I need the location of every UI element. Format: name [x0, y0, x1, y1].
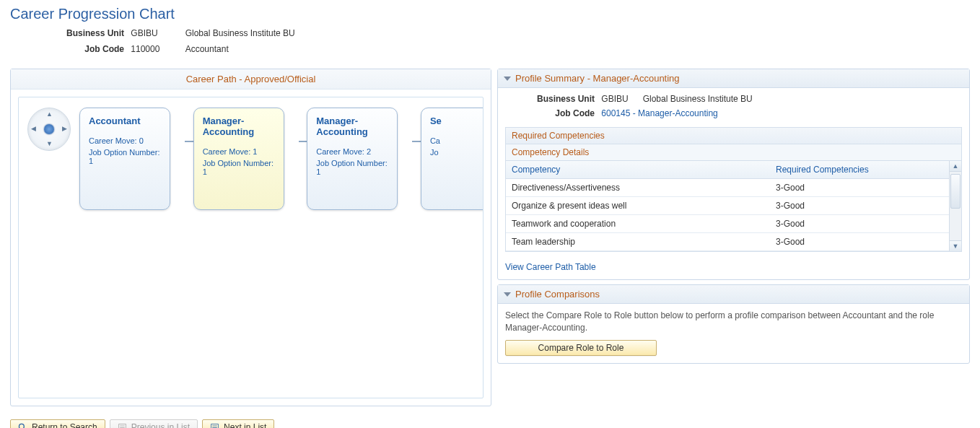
chevron-right-icon: ▶ — [62, 126, 67, 132]
next-in-list-button[interactable]: Next in List — [202, 419, 274, 428]
job-code-value: 110000 — [131, 44, 183, 54]
career-node-title: Manager-Accounting — [203, 115, 275, 137]
ps-business-unit-code: GBIBU — [601, 94, 640, 104]
ps-job-code-label: Job Code — [505, 108, 599, 118]
compass-center-icon — [44, 124, 54, 134]
career-node[interactable]: Manager-AccountingCareer Move: 2Job Opti… — [307, 108, 398, 210]
node-connector — [299, 141, 307, 142]
required-cell: 3-Good — [770, 197, 961, 215]
ps-business-unit-name: Global Business Institute BU — [643, 94, 753, 104]
career-move-value: Career Move: 0 — [89, 136, 161, 145]
svg-point-0 — [19, 424, 24, 428]
career-move-value: Career Move: 1 — [203, 147, 275, 156]
job-option-value: Job Option Number: 1 — [203, 159, 275, 176]
career-node[interactable]: Manager-AccountingCareer Move: 1Job Opti… — [193, 108, 284, 210]
business-unit-label: Business Unit — [10, 28, 128, 38]
previous-in-list-label: Previous in List — [131, 422, 190, 428]
job-title-value: Accountant — [185, 44, 229, 54]
ps-business-unit-label: Business Unit — [505, 94, 599, 104]
required-cell: 3-Good — [770, 179, 961, 197]
competency-table-wrap: Competency Required Competencies Directi… — [505, 161, 962, 252]
scroll-down-icon: ▼ — [950, 240, 961, 251]
competency-cell: Organize & present ideas well — [506, 197, 770, 215]
header-info: Business Unit GBIBU Global Business Inst… — [10, 28, 970, 60]
business-unit-name: Global Business Institute BU — [185, 28, 295, 38]
view-career-path-table-link[interactable]: View Career Path Table — [505, 262, 596, 272]
table-row: Directiveness/Assertiveness3-Good — [506, 179, 961, 197]
required-competencies-header: Required Competencies — [505, 127, 962, 144]
chevron-up-icon: ▲ — [46, 111, 53, 118]
competency-cell: Teamwork and cooperation — [506, 215, 770, 233]
return-to-search-label: Return to Search — [32, 422, 97, 428]
ps-job-code-link[interactable]: 600145 - Manager-Accounting — [601, 108, 717, 118]
collapse-icon — [504, 77, 511, 81]
search-icon — [18, 423, 27, 429]
next-in-list-label: Next in List — [224, 422, 266, 428]
col-required[interactable]: Required Competencies — [770, 161, 961, 179]
profile-comparisons-title: Profile Comparisons — [515, 289, 600, 300]
profile-summary-title: Profile Summary - Manager-Accounting — [515, 73, 680, 84]
table-row: Teamwork and cooperation3-Good — [506, 215, 961, 233]
profile-summary-header[interactable]: Profile Summary - Manager-Accounting — [498, 69, 969, 88]
career-path-title: Career Path - Approved/Official — [11, 69, 491, 89]
career-node[interactable]: AccountantCareer Move: 0Job Option Numbe… — [79, 108, 170, 210]
table-scrollbar[interactable]: ▲ ▼ — [949, 161, 961, 251]
required-cell: 3-Good — [770, 233, 961, 251]
career-node-title: Se — [430, 115, 484, 126]
job-option-value: Job Option Number: 1 — [316, 159, 388, 176]
col-competency[interactable]: Competency — [506, 161, 770, 179]
return-to-search-button[interactable]: Return to Search — [10, 419, 105, 428]
competency-cell: Team leadership — [506, 233, 770, 251]
competency-table: Competency Required Competencies Directi… — [506, 161, 961, 251]
profile-comparisons-text: Select the Compare Role to Role button b… — [505, 310, 962, 334]
collapse-icon — [504, 292, 511, 297]
diagram-nav-compass[interactable]: ▲ ▼ ◀ ▶ — [27, 108, 71, 151]
career-move-value: Ca — [430, 136, 484, 145]
previous-in-list-button: Previous in List — [110, 419, 198, 428]
job-code-label: Job Code — [10, 44, 128, 54]
page-title: Career Progression Chart — [10, 6, 970, 22]
node-connector — [412, 141, 421, 142]
list-prev-icon — [118, 423, 127, 429]
profile-comparisons-header[interactable]: Profile Comparisons — [498, 285, 969, 304]
table-row: Organize & present ideas well3-Good — [506, 197, 961, 215]
competency-details-header: Competency Details — [505, 144, 962, 161]
table-row: Team leadership3-Good — [506, 233, 961, 251]
chevron-left-icon: ◀ — [31, 126, 36, 132]
career-node-title: Accountant — [89, 115, 161, 126]
chevron-down-icon: ▼ — [46, 141, 53, 147]
compare-role-button[interactable]: Compare Role to Role — [505, 340, 657, 356]
scroll-up-icon: ▲ — [950, 161, 961, 172]
career-node-title: Manager-Accounting — [316, 115, 388, 137]
profile-comparisons-panel: Profile Comparisons Select the Compare R… — [497, 284, 970, 364]
node-connector — [185, 141, 193, 142]
competency-cell: Directiveness/Assertiveness — [506, 179, 770, 197]
profile-summary-panel: Profile Summary - Manager-Accounting Bus… — [497, 69, 970, 280]
career-path-panel: Career Path - Approved/Official ▲ ▼ ◀ ▶ … — [10, 69, 491, 406]
job-option-value: Jo — [430, 148, 484, 157]
required-cell: 3-Good — [770, 215, 961, 233]
list-next-icon — [210, 423, 219, 429]
career-move-value: Career Move: 2 — [316, 147, 388, 156]
job-option-value: Job Option Number: 1 — [89, 148, 161, 165]
scroll-thumb — [950, 174, 961, 209]
business-unit-code: GBIBU — [131, 28, 183, 38]
career-node[interactable]: SeCaJo — [421, 108, 484, 210]
